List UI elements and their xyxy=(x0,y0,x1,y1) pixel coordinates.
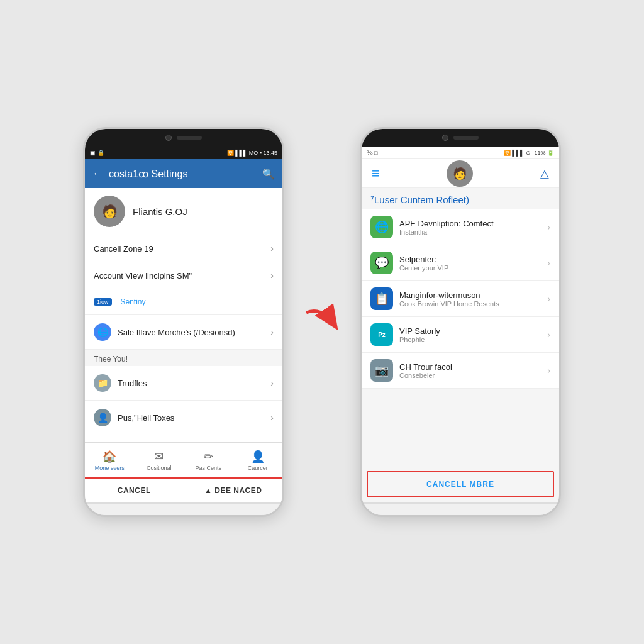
camera-app-icon: 📷 xyxy=(370,359,393,382)
sale-item-content: 🌐 Sale Iflave Morche's (/Desionsd) xyxy=(94,323,235,341)
mail-icon: ✉ xyxy=(154,450,164,464)
settings-item-cancel-zone[interactable]: Cancell Zone 19 › xyxy=(85,235,282,262)
manginfor-chevron: › xyxy=(547,294,550,304)
selpenter-subtitle: Center your VIP xyxy=(399,264,541,272)
right-phone: ⁹⁄₀ □ 🛜 ▌▌▌ ⊙ -11% 🔋 ≡ 🧑 △ ⁷Luser Cuntem… xyxy=(360,127,561,517)
nav-pas-cents-label: Pas Cents xyxy=(195,465,221,471)
chrome-icon: 🌐 xyxy=(94,323,111,341)
nav-item-pas-cents[interactable]: ✏ Pas Cents xyxy=(184,450,233,471)
right-header: ≡ 🧑 △ xyxy=(362,159,559,188)
list-item-trudfles[interactable]: 📁 Trudfles › xyxy=(85,366,282,401)
nav-cositional-label: Cositional xyxy=(147,465,172,471)
trudfles-content: 📁 Trudfles xyxy=(94,374,147,392)
settings-title: costa1ꝏ Settings xyxy=(109,168,256,180)
nav-home-label: Mone evers xyxy=(95,465,125,471)
app-list: 🌐 APE Devnliption: Comfect Instantlia › … xyxy=(362,209,559,466)
user-icon: 👤 xyxy=(94,409,111,426)
app-item-manginfor[interactable]: 📋 Manginfor-witermuson Cook Browin VIP H… xyxy=(362,281,559,317)
app-item-ch-trour[interactable]: 📷 CH Trour facol Consebeler › xyxy=(362,353,559,389)
chevron-icon-4: › xyxy=(270,378,274,388)
settings-header: ← costa1ꝏ Settings 🔍 xyxy=(85,159,282,188)
folder-icon: 📁 xyxy=(94,374,111,392)
speaker-left xyxy=(177,136,202,140)
ape-text: APE Devnliption: Comfect Instantlia xyxy=(399,219,541,236)
nav-item-home[interactable]: 🏠 Mone evers xyxy=(85,450,135,471)
ch-trour-chevron: › xyxy=(547,365,550,375)
status-left-icons: ▣ 🔒 xyxy=(90,150,104,156)
selpenter-chevron: › xyxy=(547,258,550,268)
settings-content: 🧑 Fliantis G.OJ Cancell Zone 19 › Accoun… xyxy=(85,188,282,442)
chevron-icon: › xyxy=(270,243,274,253)
list-item-pcss[interactable]: 🌿 PCSS, Cheed › xyxy=(85,435,282,442)
ape-title: APE Devnliption: Comfect xyxy=(399,219,541,228)
list-item-hell-toxes[interactable]: 👤 Pus,"Hell Toxes › xyxy=(85,401,282,435)
section-label-thee: Thee You! xyxy=(85,350,282,366)
phone-top-bar-right xyxy=(362,129,559,147)
phone-bottom-left xyxy=(85,502,282,515)
chevron-icon-5: › xyxy=(270,413,274,423)
cancel-button[interactable]: CANCEL xyxy=(85,479,184,502)
vip-chevron: › xyxy=(547,330,550,340)
right-status-bar: ⁹⁄₀ □ 🛜 ▌▌▌ ⊙ -11% 🔋 xyxy=(362,147,559,159)
new-badge: 1iow xyxy=(94,298,112,306)
manginfor-title: Manginfor-witermuson xyxy=(399,291,541,300)
ch-trour-text: CH Trour facol Consebeler xyxy=(399,362,541,379)
speaker-right xyxy=(453,136,479,140)
hell-toxes-label: Pus,"Hell Toxes xyxy=(118,413,174,423)
menu-icon[interactable]: ≡ xyxy=(372,165,380,182)
chevron-icon-3: › xyxy=(270,327,274,337)
cancel-more-bar: CANCELL MBRE xyxy=(367,471,554,497)
manginfor-text: Manginfor-witermuson Cook Browin VIP Hom… xyxy=(399,291,541,308)
ch-trour-subtitle: Consebeler xyxy=(399,372,541,379)
pencil-icon: ✏ xyxy=(204,450,213,464)
sentiny-label: Sentiny xyxy=(121,297,146,306)
nav-item-caurcer[interactable]: 👤 Caurcer xyxy=(233,450,283,471)
selpenter-title: Selpenter: xyxy=(399,255,541,264)
settings-item-account[interactable]: Account View lincipins SM" › xyxy=(85,262,282,289)
search-button[interactable]: 🔍 xyxy=(262,168,275,180)
right-screen: ⁹⁄₀ □ 🛜 ▌▌▌ ⊙ -11% 🔋 ≡ 🧑 △ ⁷Luser Cuntem… xyxy=(362,147,559,502)
app-item-ape[interactable]: 🌐 APE Devnliption: Comfect Instantlia › xyxy=(362,209,559,245)
home-icon: 🏠 xyxy=(103,450,116,464)
vip-text: VIP Satorly Phophle xyxy=(399,326,541,343)
chrome-app-icon: 🌐 xyxy=(370,216,393,238)
chat-app-icon: 💬 xyxy=(370,252,393,274)
arrow-container xyxy=(303,303,341,341)
profile-avatar-right: 🧑 xyxy=(447,160,473,187)
phone-bottom-right xyxy=(362,502,559,515)
status-bar-left: ▣ 🔒 🛜 ▌▌▌ MO ▪ 13:45 xyxy=(85,147,282,159)
left-phone: ▣ 🔒 🛜 ▌▌▌ MO ▪ 13:45 ← costa1ꝏ Settings … xyxy=(83,127,284,517)
selpenter-text: Selpenter: Center your VIP xyxy=(399,255,541,272)
right-status-left: ⁹⁄₀ □ xyxy=(367,150,377,156)
bottom-nav: 🏠 Mone evers ✉ Cositional ✏ Pas Cents 👤 … xyxy=(85,442,282,477)
section-title: ⁷Luser Cuntem Rofleet) xyxy=(362,188,559,209)
action-bar: CANCEL ▲ DEE NACED xyxy=(85,477,282,502)
status-right-info: 🛜 ▌▌▌ MO ▪ 13:45 xyxy=(227,150,277,156)
account-label: Account View lincipins SM" xyxy=(94,271,192,280)
app-item-vip[interactable]: Pz VIP Satorly Phophle › xyxy=(362,317,559,353)
back-button[interactable]: ← xyxy=(92,168,103,179)
cancel-more-button[interactable]: CANCELL MBRE xyxy=(368,472,553,496)
nav-caurcer-label: Caurcer xyxy=(248,465,268,471)
chevron-icon-2: › xyxy=(270,270,274,280)
dee-naced-button[interactable]: ▲ DEE NACED xyxy=(184,479,283,502)
share-icon[interactable]: △ xyxy=(540,167,549,180)
hell-toxes-content: 👤 Pus,"Hell Toxes xyxy=(94,409,174,426)
trudfles-label: Trudfles xyxy=(118,379,147,388)
left-screen: ▣ 🔒 🛜 ▌▌▌ MO ▪ 13:45 ← costa1ꝏ Settings … xyxy=(85,147,282,502)
doc-app-icon: 📋 xyxy=(370,287,393,310)
red-arrow xyxy=(303,303,341,341)
pz-app-icon: Pz xyxy=(370,323,393,346)
ch-trour-title: CH Trour facol xyxy=(399,362,541,372)
nav-item-cositional[interactable]: ✉ Cositional xyxy=(135,450,184,471)
app-item-selpenter[interactable]: 💬 Selpenter: Center your VIP › xyxy=(362,245,559,281)
avatar: 🧑 xyxy=(94,196,125,227)
sale-label: Sale Iflave Morche's (/Desionsd) xyxy=(118,328,235,337)
settings-item-sale[interactable]: 🌐 Sale Iflave Morche's (/Desionsd) › xyxy=(85,315,282,350)
chrome-item-content: 1iow Sentiny xyxy=(94,297,146,306)
settings-item-chrome[interactable]: 1iow Sentiny xyxy=(85,289,282,315)
vip-subtitle: Phophle xyxy=(399,336,541,343)
phone-top-bar-left xyxy=(85,129,282,147)
profile-section[interactable]: 🧑 Fliantis G.OJ xyxy=(85,188,282,235)
person-icon: 👤 xyxy=(251,450,265,464)
